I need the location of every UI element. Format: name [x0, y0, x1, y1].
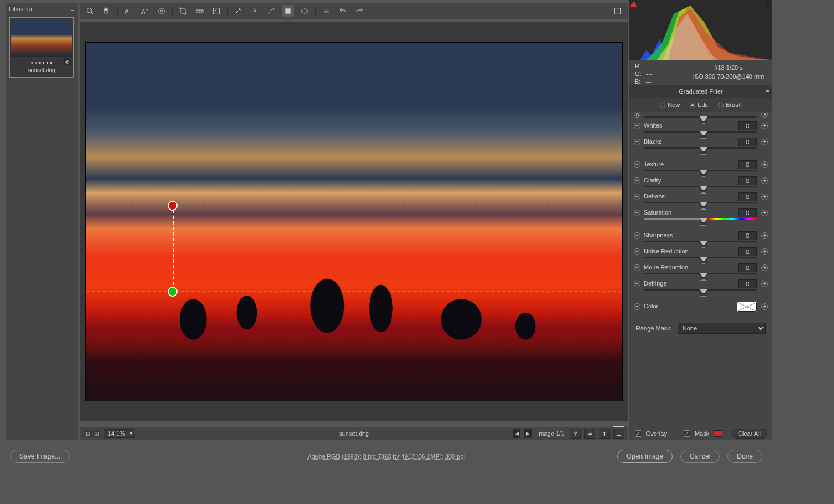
- decrement-icon[interactable]: −: [634, 303, 640, 310]
- mask-color-swatch[interactable]: [714, 430, 722, 437]
- overlay-checkbox[interactable]: [635, 430, 641, 437]
- compare-vertical-icon[interactable]: ⬍: [599, 429, 610, 439]
- red-eye-tool[interactable]: [249, 5, 261, 17]
- decrement-icon[interactable]: −: [634, 161, 640, 168]
- slider-track[interactable]: [644, 186, 757, 187]
- image-metadata[interactable]: Adobe RGB (1998); 8 bit; 7360 by 4912 (3…: [307, 453, 465, 460]
- range-mask-select[interactable]: None: [678, 323, 766, 334]
- increment-icon[interactable]: +: [761, 303, 768, 310]
- slider-track[interactable]: [644, 241, 757, 242]
- slider-track[interactable]: [644, 218, 757, 220]
- crop-tool[interactable]: [177, 5, 189, 17]
- gradient-pin-start[interactable]: [168, 201, 178, 211]
- decrement-icon[interactable]: −: [634, 210, 640, 216]
- slider-track[interactable]: [644, 257, 757, 258]
- mode-selector: New Edit Brush: [629, 98, 772, 112]
- done-button[interactable]: Done: [727, 450, 762, 463]
- increment-icon[interactable]: +: [761, 264, 768, 271]
- canvas[interactable]: !: [80, 22, 628, 421]
- open-image-button[interactable]: Open Image: [617, 450, 673, 463]
- slider-value[interactable]: 0: [738, 279, 757, 288]
- targeted-adjustment-tool[interactable]: [155, 5, 168, 17]
- decrement-icon[interactable]: −: [634, 232, 640, 239]
- next-image-button[interactable]: ▶: [524, 429, 532, 438]
- photo-preview[interactable]: [85, 42, 623, 401]
- increment-icon[interactable]: +: [761, 161, 768, 168]
- white-balance-tool[interactable]: [122, 5, 134, 17]
- gradient-pin-end[interactable]: [168, 287, 178, 297]
- zoom-tool[interactable]: [84, 5, 96, 17]
- gradient-line-end[interactable]: [86, 291, 622, 292]
- slider-track[interactable]: [644, 170, 757, 171]
- adjustment-brush-tool[interactable]: [265, 5, 277, 17]
- slider-value[interactable]: 0: [738, 138, 757, 146]
- thumbnail[interactable]: • • • • • • ◐ sunset.dng: [9, 17, 74, 78]
- graduated-filter-tool[interactable]: [282, 5, 294, 17]
- slider-value[interactable]: 0: [738, 247, 757, 256]
- histogram[interactable]: [629, 0, 772, 60]
- increment-icon[interactable]: +: [761, 281, 768, 287]
- save-image-button[interactable]: Save Image...: [10, 450, 70, 463]
- color-swatch[interactable]: [737, 302, 757, 312]
- slider-value[interactable]: 0: [738, 192, 757, 201]
- slider-track[interactable]: [644, 273, 757, 274]
- increment-icon[interactable]: +: [761, 194, 768, 200]
- decrement-icon[interactable]: −: [634, 177, 640, 184]
- mode-new[interactable]: New: [660, 101, 680, 108]
- radial-filter-tool[interactable]: [299, 5, 311, 17]
- decrement-icon[interactable]: −: [634, 123, 640, 129]
- color-sampler-tool[interactable]: [139, 5, 151, 17]
- presets-icon[interactable]: [320, 5, 332, 17]
- increment-icon[interactable]: +: [761, 139, 768, 145]
- mode-brush[interactable]: Brush: [718, 101, 742, 108]
- clear-all-button[interactable]: Clear All: [732, 429, 767, 439]
- mask-checkbox[interactable]: [684, 430, 690, 437]
- before-after-icon[interactable]: Y: [570, 429, 581, 439]
- slider-value[interactable]: 0: [738, 263, 757, 272]
- zoom-level-select[interactable]: 14.1%: [104, 429, 135, 438]
- spot-removal-tool[interactable]: [232, 5, 244, 17]
- mode-edit[interactable]: Edit: [690, 101, 708, 108]
- increment-icon[interactable]: +: [761, 248, 768, 255]
- zoom-in-icon[interactable]: ⊞: [93, 430, 100, 437]
- canvas-filename: sunset.dng: [339, 430, 369, 437]
- increment-icon[interactable]: +: [761, 177, 768, 184]
- increment-icon[interactable]: +: [761, 232, 768, 239]
- hand-tool[interactable]: [100, 5, 113, 17]
- increment-icon[interactable]: +: [761, 210, 768, 216]
- slider-value[interactable]: 0: [738, 176, 757, 185]
- compare-horizontal-icon[interactable]: ⬌: [584, 429, 595, 439]
- slider-track[interactable]: [644, 147, 757, 149]
- separator: [117, 6, 118, 16]
- slider-track[interactable]: [644, 202, 757, 203]
- decrement-icon[interactable]: ∧: [634, 112, 640, 118]
- slider-track[interactable]: [644, 131, 757, 133]
- gradient-line-start[interactable]: [86, 205, 622, 206]
- slider-value[interactable]: 0: [738, 160, 757, 169]
- slider-value[interactable]: 0: [738, 121, 757, 130]
- decrement-icon[interactable]: −: [634, 281, 640, 287]
- filmstrip-menu-icon[interactable]: ≡: [71, 6, 74, 12]
- settings-icon[interactable]: ☰: [613, 429, 624, 439]
- slider-value[interactable]: 0: [738, 208, 757, 217]
- panel-menu-icon[interactable]: ≡: [766, 88, 769, 95]
- increment-icon[interactable]: ∨: [761, 112, 768, 118]
- svg-line-1: [91, 12, 93, 14]
- toggle-fullscreen-icon[interactable]: [608, 3, 627, 19]
- straighten-tool[interactable]: [194, 5, 206, 17]
- undo-icon[interactable]: [337, 5, 349, 17]
- redo-icon[interactable]: [353, 5, 366, 17]
- gradient-connector[interactable]: [173, 205, 174, 291]
- decrement-icon[interactable]: −: [634, 248, 640, 255]
- decrement-icon[interactable]: −: [634, 194, 640, 200]
- slider-track[interactable]: [644, 116, 757, 118]
- zoom-out-icon[interactable]: ⊟: [84, 430, 92, 437]
- decrement-icon[interactable]: −: [634, 264, 640, 271]
- slider-value[interactable]: 0: [738, 231, 757, 240]
- decrement-icon[interactable]: −: [634, 139, 640, 145]
- transform-tool[interactable]: [210, 5, 223, 17]
- cancel-button[interactable]: Cancel: [680, 450, 720, 463]
- increment-icon[interactable]: +: [761, 123, 768, 129]
- prev-image-button[interactable]: ◀: [513, 429, 520, 438]
- slider-track[interactable]: [644, 289, 757, 291]
